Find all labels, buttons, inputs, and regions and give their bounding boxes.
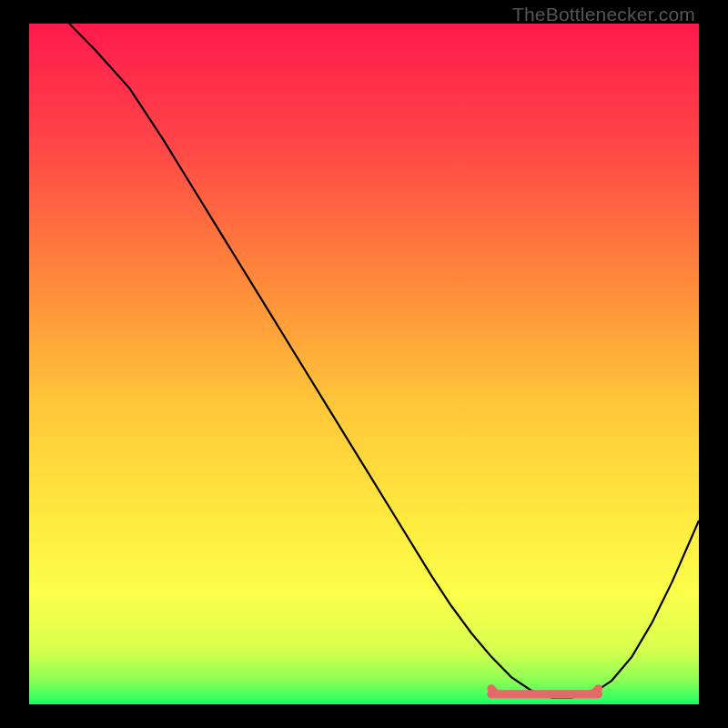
svg-line-2 <box>593 689 599 694</box>
chart-frame <box>29 24 699 704</box>
chart-background <box>29 24 699 704</box>
chart-svg <box>29 24 699 704</box>
svg-line-1 <box>491 689 497 694</box>
watermark-text: TheBottlenecker.com <box>512 4 695 25</box>
